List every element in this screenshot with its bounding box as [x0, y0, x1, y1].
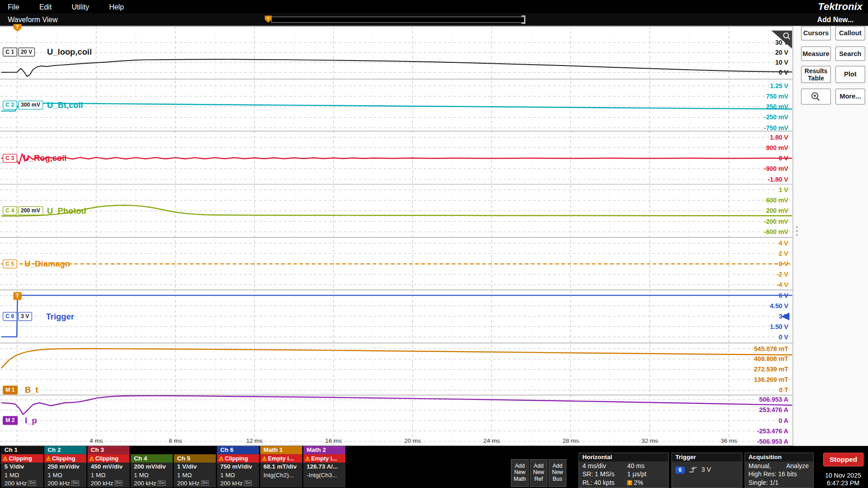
sample-rate: SR: 1 MS/s [582, 471, 614, 478]
run-stop-status-button[interactable]: Stopped [823, 453, 863, 467]
channel-badge-ch6[interactable]: C 6 [3, 312, 17, 321]
trace-m2[interactable] [1, 396, 792, 414]
menu-help[interactable]: Help [109, 3, 124, 11]
badge-title: Math 2 [303, 446, 345, 454]
settings-badge-ch-2[interactable]: Ch 2⚠Clipping250 mV/div1 MΩ200 kHzBw [44, 446, 86, 488]
trigger-level-arrow-icon[interactable] [781, 313, 789, 320]
scale-label-ch2: -750 mV [764, 124, 789, 131]
channel-scale-ch6[interactable]: 3 V [18, 312, 32, 321]
channel-scale-ch2[interactable]: 300 mV [18, 101, 43, 110]
trigger-level-value: 3 V [701, 466, 711, 473]
trace-ch3[interactable] [1, 154, 792, 164]
channel-label-ch4: U_Photod [47, 206, 86, 216]
scale-label-m2: 506.953 A [759, 396, 788, 403]
channel-handle-ch4[interactable]: C 4200 mV [3, 206, 44, 216]
scale-label-ch3: 900 mV [766, 144, 788, 151]
horizontal-panel[interactable]: Horizontal 4 ms/div40 ms SR: 1 MS/s1 µs/… [579, 453, 669, 488]
channel-handle-ch5[interactable]: C 5 [3, 259, 18, 268]
search-button[interactable]: Search [835, 47, 865, 61]
scale-label-ch4: 600 mV [766, 197, 788, 204]
badge-setting: Intg(Ch2)... [260, 471, 302, 479]
time-label: 4 ms [90, 437, 103, 444]
zoom-scale-button[interactable] [801, 89, 831, 105]
channel-handle-m1[interactable]: M 1 [3, 385, 19, 394]
warning-icon: ⚠ [89, 455, 94, 461]
channel-handle-ch6[interactable]: C 63 V [3, 312, 33, 321]
warning-icon: ⚠ [3, 455, 8, 461]
channel-handle-m2[interactable]: M 2 [3, 416, 19, 425]
scale-label-ch5: 4 V [779, 239, 789, 247]
warning-icon: ⚠ [262, 455, 267, 461]
badge-setting: 126.73 A/... [303, 463, 345, 471]
menu-utility[interactable]: Utility [71, 3, 89, 11]
channel-badge-ch1[interactable]: C 1 [3, 47, 17, 56]
tab-waveform-view[interactable]: Waveform View [8, 15, 58, 23]
warning-badge: ⚠Clipping [87, 454, 129, 462]
channel-badge-ch5[interactable]: C 5 [3, 259, 17, 268]
channel-handle-ch1[interactable]: C 120 V [3, 47, 36, 56]
record-view-bar[interactable] [271, 17, 525, 23]
cursors-button[interactable]: Cursors [801, 26, 831, 41]
add-new-bus-button[interactable]: AddNewBus [548, 459, 566, 487]
channel-scale-ch4[interactable]: 200 mV [18, 206, 43, 216]
scale-label-m2: -506.953 A [757, 438, 788, 445]
waveform-graticule[interactable]: 30 V20 V10 V0 V1.25 V750 mV250 mV-250 mV… [0, 26, 793, 446]
more-button[interactable]: More... [835, 89, 865, 105]
menu-edit[interactable]: Edit [39, 3, 52, 11]
scale-label-ch4: -600 mV [764, 228, 789, 235]
menu-file[interactable]: File [8, 3, 19, 11]
scale-label-ch2: 1.25 V [770, 82, 788, 89]
warning-icon: ⚠ [46, 455, 51, 461]
badge-setting: 1 MΩ [131, 471, 173, 479]
badge-setting: 250 mV/div [44, 463, 86, 471]
badge-setting: 200 kHzBw [87, 479, 129, 487]
settings-badge-ch-5[interactable]: Ch 51 V/div1 MΩ200 kHzBw [174, 454, 216, 487]
channel-handle-ch3[interactable]: C 3 [3, 154, 18, 163]
settings-badge-ch-4[interactable]: Ch 4200 mV/div1 MΩ200 kHzBw [131, 454, 173, 487]
scale-label-ch6: 6 V [779, 292, 789, 299]
waveform-view[interactable]: 30 V20 V10 V0 V1.25 V750 mV250 mV-250 mV… [0, 26, 793, 446]
trace-ch1[interactable] [1, 59, 792, 76]
badge-setting: 68.1 mT/div [260, 463, 302, 471]
add-new-math-button[interactable]: AddNewMath [511, 459, 528, 487]
time-label: 6:47:23 PM [819, 479, 867, 487]
add-new-ref-button[interactable]: AddNewRef [530, 459, 547, 487]
panel-splitter-handle[interactable] [794, 224, 799, 238]
results-table-button[interactable]: Results Table [801, 66, 831, 83]
plot-button[interactable]: Plot [835, 66, 865, 83]
settings-badge-ch-3[interactable]: Ch 3⚠Clipping450 mV/div1 MΩ200 kHzBw [87, 446, 129, 488]
badge-setting: 200 kHzBw [131, 479, 173, 487]
settings-bar: Ch 1⚠Clipping5 V/div1 MΩ200 kHzBwCh 2⚠Cl… [0, 446, 868, 488]
bandwidth-limit-icon: Bw [71, 480, 79, 486]
settings-badge-ch-1[interactable]: Ch 1⚠Clipping5 V/div1 MΩ200 kHzBw [1, 446, 43, 488]
channel-badge-m2[interactable]: M 2 [3, 416, 18, 425]
settings-badge-math-2[interactable]: Math 2⚠Empty i...126.73 A/...-Intg(Ch3..… [303, 446, 345, 488]
settings-badge-math-1[interactable]: Math 1⚠Empty i...68.1 mT/divIntg(Ch2)... [260, 446, 302, 488]
acquisition-panel[interactable]: Acquisition Manual,Analyze High Res: 16 … [745, 453, 814, 488]
scale-label-ch2: 250 mV [766, 103, 788, 110]
channel-handle-ch2[interactable]: C 2300 mV [3, 101, 44, 110]
channel-scale-ch1[interactable]: 20 V [18, 47, 35, 56]
channel-badge-m1[interactable]: M 1 [3, 385, 18, 394]
magnifier-plus-icon [810, 91, 822, 102]
tektronix-logo: Tektronix [818, 1, 862, 13]
channel-badge-ch2[interactable]: C 2 [3, 101, 17, 110]
badge-setting: 1 MΩ [217, 471, 259, 479]
badge-setting: 1 MΩ [87, 471, 129, 479]
callout-button[interactable]: Callout [835, 26, 865, 41]
settings-badge-ch-6[interactable]: Ch 6⚠Clipping750 mV/div1 MΩ200 kHzBw [217, 446, 259, 488]
add-new-label[interactable]: Add New... [817, 15, 854, 23]
scale-label-m2: 0 A [778, 417, 788, 424]
acquisition-panel-title: Acquisition [745, 453, 813, 461]
trigger-marker-icon[interactable]: T [13, 292, 21, 300]
badge-setting: 1 V/div [174, 463, 216, 471]
acquisition-analyze: Analyze [786, 463, 809, 469]
acquisition-resolution: High Res: 16 bits [745, 470, 813, 478]
trigger-panel[interactable]: Trigger 6 3 V [671, 453, 742, 488]
oscilloscope-screen: File Edit Utility Help Tektronix Wavefor… [0, 0, 868, 488]
channel-badge-ch3[interactable]: C 3 [3, 154, 17, 163]
acquisition-single: Single: 1/1 [745, 478, 813, 486]
measure-button[interactable]: Measure [801, 47, 831, 61]
channel-badge-ch4[interactable]: C 4 [3, 206, 17, 216]
trace-m1[interactable] [1, 349, 792, 368]
